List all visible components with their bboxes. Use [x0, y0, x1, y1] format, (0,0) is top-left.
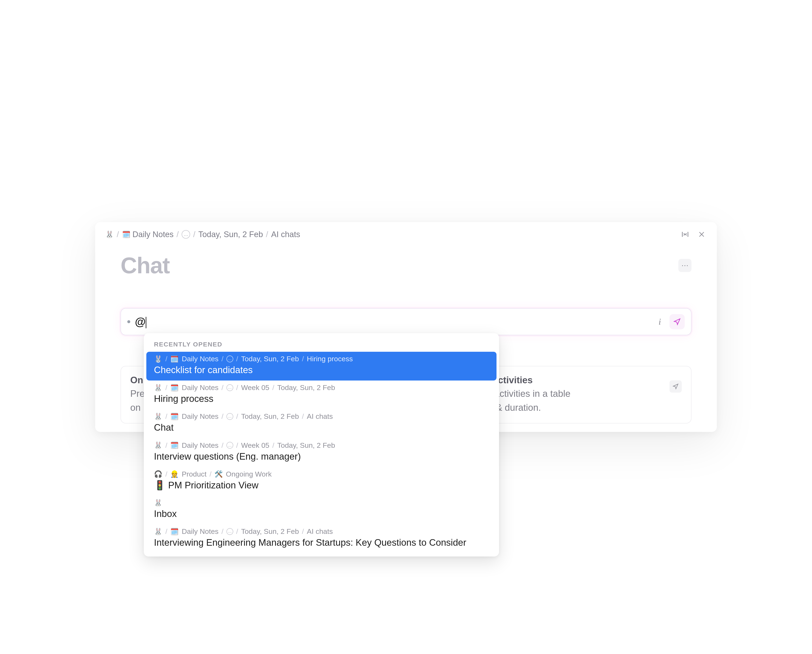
- dropdown-item-title: Hiring process: [154, 393, 489, 405]
- info-icon[interactable]: i: [656, 316, 664, 327]
- text-caret: [146, 317, 147, 328]
- path-icon: 🎧: [154, 470, 162, 478]
- path-separator: /: [272, 384, 274, 392]
- dropdown-item-path: 🐰/🗓️Daily Notes/…/Week 05/Today, Sun, 2 …: [154, 441, 489, 449]
- breadcrumb-label: Today, Sun, 2 Feb: [198, 230, 263, 239]
- path-separator: /: [221, 355, 223, 363]
- path-label: Daily Notes: [182, 527, 218, 536]
- breadcrumb-separator: /: [177, 230, 179, 239]
- dropdown-item[interactable]: 🐰Inbox: [144, 496, 499, 524]
- path-icon: 🐰: [154, 499, 162, 507]
- expand-panel-icon: [681, 230, 689, 238]
- path-separator: /: [236, 527, 238, 536]
- breadcrumb: 🐰 / 🗓️ Daily Notes / … / Today, Sun, 2 F…: [105, 230, 680, 239]
- breadcrumb-today[interactable]: Today, Sun, 2 Feb: [198, 230, 263, 239]
- path-icon: 🗓️: [170, 384, 179, 392]
- path-separator: /: [302, 412, 304, 420]
- send-icon: [673, 318, 681, 325]
- path-separator: /: [302, 527, 304, 536]
- input-right-controls: i: [656, 314, 685, 329]
- path-label: Hiring process: [307, 355, 353, 363]
- card-desc-left2: on: [130, 402, 140, 413]
- dropdown-item-title: Checklist for candidates: [154, 364, 489, 376]
- path-label: Today, Sun, 2 Feb: [277, 384, 335, 392]
- chat-input-box[interactable]: @ i: [121, 308, 691, 335]
- dropdown-item[interactable]: 🐰/🗓️Daily Notes/…/Today, Sun, 2 Feb/AI c…: [144, 524, 499, 553]
- breadcrumb-collapsed[interactable]: …: [182, 230, 190, 238]
- path-separator: /: [221, 412, 223, 420]
- path-separator: /: [165, 412, 167, 420]
- path-label: Week 05: [241, 441, 269, 449]
- breadcrumb-separator: /: [266, 230, 268, 239]
- path-label: Daily Notes: [182, 441, 218, 449]
- breadcrumb-daily-notes[interactable]: 🗓️ Daily Notes: [122, 230, 174, 239]
- path-separator: /: [165, 355, 167, 363]
- path-separator: /: [165, 527, 167, 536]
- header-bar: 🐰 / 🗓️ Daily Notes / … / Today, Sun, 2 F…: [95, 222, 717, 240]
- path-icon: 🐰: [154, 413, 162, 420]
- path-label: Today, Sun, 2 Feb: [277, 441, 335, 449]
- path-icon: 🛠️: [214, 470, 223, 478]
- path-label: AI chats: [307, 412, 333, 420]
- ellipsis-circle-icon: …: [182, 230, 190, 238]
- expand-panel-button[interactable]: [680, 229, 690, 240]
- chat-input-value: @: [135, 315, 146, 328]
- ellipsis-circle-icon: …: [226, 442, 233, 449]
- ellipsis-circle-icon: …: [226, 356, 233, 362]
- dropdown-item-title: Chat: [154, 421, 489, 433]
- send-button[interactable]: [670, 314, 685, 329]
- path-label: Today, Sun, 2 Feb: [241, 355, 299, 363]
- chat-input[interactable]: @: [135, 315, 651, 328]
- ellipsis-circle-icon: …: [226, 528, 233, 535]
- dropdown-item[interactable]: 🐰/🗓️Daily Notes/…/Today, Sun, 2 Feb/AI c…: [144, 409, 499, 438]
- path-label: Daily Notes: [182, 412, 218, 420]
- ellipsis-circle-icon: …: [226, 413, 233, 420]
- path-label: Week 05: [241, 384, 269, 392]
- page-title: Chat: [121, 252, 169, 278]
- dropdown-item[interactable]: 🎧/👷Product/🛠️Ongoing Work🚦 PM Prioritiza…: [144, 467, 499, 496]
- dropdown-item-path: 🐰/🗓️Daily Notes/…/Today, Sun, 2 Feb/Hiri…: [154, 355, 489, 363]
- path-icon: 🐰: [154, 441, 162, 449]
- send-icon: [672, 383, 679, 390]
- dropdown-item-path: 🎧/👷Product/🛠️Ongoing Work: [154, 470, 489, 478]
- card-title-left: On: [130, 375, 143, 385]
- workspace-icon: 🐰: [105, 230, 114, 238]
- dropdown-item[interactable]: 🐰/🗓️Daily Notes/…/Week 05/Today, Sun, 2 …: [144, 438, 499, 467]
- app-window: 🐰 / 🗓️ Daily Notes / … / Today, Sun, 2 F…: [95, 222, 717, 432]
- dropdown-item-title: Interview questions (Eng. manager): [154, 450, 489, 462]
- breadcrumb-ai-chats[interactable]: AI chats: [271, 230, 300, 239]
- path-label: Daily Notes: [182, 355, 218, 363]
- bullet-icon: [127, 320, 130, 323]
- close-icon: [698, 231, 705, 238]
- path-separator: /: [302, 355, 304, 363]
- path-separator: /: [221, 441, 223, 449]
- path-icon: 👷: [170, 470, 179, 478]
- close-button[interactable]: [696, 229, 707, 240]
- path-icon: 🐰: [154, 384, 162, 392]
- dropdown-item-title: Interviewing Engineering Managers for St…: [154, 536, 489, 549]
- path-icon: 🗓️: [170, 413, 179, 420]
- path-separator: /: [221, 527, 223, 536]
- path-icon: 🐰: [154, 527, 162, 536]
- suggestion-send-button[interactable]: [670, 380, 682, 393]
- dropdown-item[interactable]: 🐰/🗓️Daily Notes/…/Today, Sun, 2 Feb/Hiri…: [147, 352, 496, 380]
- more-options-button[interactable]: ⋯: [678, 259, 691, 272]
- path-separator: /: [236, 355, 238, 363]
- dropdown-item-title: 🚦 PM Prioritization View: [154, 479, 489, 491]
- path-icon: 🗓️: [170, 527, 179, 536]
- dropdown-item-path: 🐰/🗓️Daily Notes/…/Week 05/Today, Sun, 2 …: [154, 384, 489, 392]
- mention-dropdown: RECENTLY OPENED 🐰/🗓️Daily Notes/…/Today,…: [144, 333, 499, 556]
- card-desc-left1: Pre: [130, 388, 145, 399]
- breadcrumb-workspace[interactable]: 🐰: [105, 230, 114, 238]
- breadcrumb-label: Daily Notes: [133, 230, 174, 239]
- path-label: Today, Sun, 2 Feb: [241, 412, 299, 420]
- path-label: AI chats: [307, 527, 333, 536]
- calendar-icon: 🗓️: [122, 230, 130, 238]
- dropdown-item[interactable]: 🐰/🗓️Daily Notes/…/Week 05/Today, Sun, 2 …: [144, 380, 499, 409]
- path-separator: /: [236, 412, 238, 420]
- path-separator: /: [272, 441, 274, 449]
- path-icon: 🐰: [154, 355, 162, 363]
- breadcrumb-separator: /: [117, 230, 119, 239]
- path-separator: /: [209, 470, 211, 478]
- path-label: Product: [182, 470, 206, 478]
